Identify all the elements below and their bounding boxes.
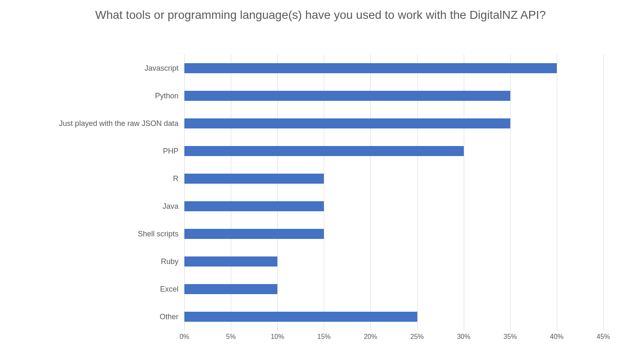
bar xyxy=(184,201,324,211)
bar xyxy=(184,174,324,184)
category-label: PHP xyxy=(163,147,184,156)
chart-container: What tools or programming language(s) ha… xyxy=(0,0,641,364)
x-tick-label: 35% xyxy=(504,333,517,341)
bar xyxy=(184,63,557,73)
bar-row: PHP xyxy=(184,137,603,165)
bar-row: Excel xyxy=(184,275,603,303)
gridline xyxy=(603,54,604,331)
x-tick-label: 20% xyxy=(364,333,377,341)
x-tick-label: 5% xyxy=(226,333,236,341)
bar xyxy=(184,312,417,322)
x-tick-label: 0% xyxy=(179,333,189,341)
category-label: Python xyxy=(155,92,184,100)
category-label: Ruby xyxy=(161,257,184,266)
bars: JavascriptPythonJust played with the raw… xyxy=(184,54,603,331)
category-label: Shell scripts xyxy=(138,230,184,238)
x-tick-label: 45% xyxy=(597,333,610,341)
bar-row: Java xyxy=(184,192,603,220)
bar xyxy=(184,256,277,267)
bar-row: Javascript xyxy=(184,54,603,82)
x-axis-labels: 0%5%10%15%20%25%30%35%40%45% xyxy=(184,331,603,343)
category-label: Javascript xyxy=(145,64,184,73)
plot-area: JavascriptPythonJust played with the raw… xyxy=(184,54,603,331)
category-label: Just played with the raw JSON data xyxy=(59,119,184,128)
category-label: Java xyxy=(163,202,184,211)
x-tick-label: 10% xyxy=(271,333,284,341)
bar-row: Ruby xyxy=(184,248,603,275)
bar xyxy=(184,91,510,101)
x-tick-label: 15% xyxy=(317,333,331,341)
chart-title: What tools or programming language(s) ha… xyxy=(0,8,641,22)
bar xyxy=(184,118,510,128)
bar-row: Just played with the raw JSON data xyxy=(184,110,603,137)
bar xyxy=(184,229,324,239)
x-tick-label: 25% xyxy=(411,333,424,341)
bar-row: Shell scripts xyxy=(184,220,603,248)
category-label: Excel xyxy=(160,285,184,294)
bar xyxy=(184,284,277,294)
bar-row: R xyxy=(184,165,603,192)
bar-row: Python xyxy=(184,82,603,110)
x-tick-label: 30% xyxy=(457,333,470,341)
category-label: Other xyxy=(160,313,184,321)
category-label: R xyxy=(173,174,184,183)
bar xyxy=(184,146,464,156)
bar-row: Other xyxy=(184,303,603,331)
x-tick-label: 40% xyxy=(550,333,563,341)
